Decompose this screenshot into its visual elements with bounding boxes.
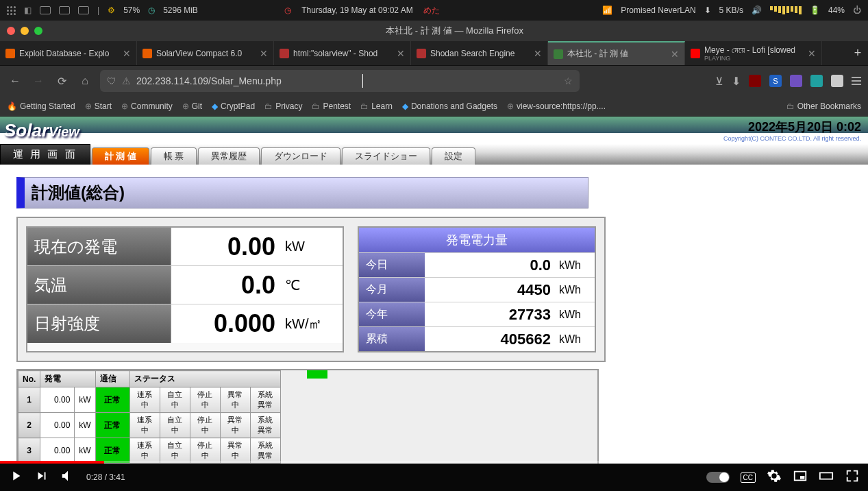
status-3[interactable]: 異常中 (220, 413, 250, 438)
download-icon[interactable]: ⬇ (732, 75, 741, 88)
miniplayer-button[interactable] (793, 468, 808, 486)
status-4[interactable]: 系統異常 (250, 413, 280, 438)
sv-tab-measure[interactable]: 計 測 値 (92, 147, 149, 165)
power-icon[interactable]: ⏻ (853, 5, 861, 15)
bm-learn[interactable]: 🗀Learn (360, 101, 393, 111)
bookmark-star-icon[interactable]: ☆ (564, 75, 573, 86)
browser-tab-3[interactable]: Shodan Search Engine✕ (411, 41, 548, 65)
reading-label: 現在の発電 (27, 228, 171, 265)
status-2[interactable]: 停止中 (190, 387, 220, 413)
save-icon[interactable]: ⊻ (715, 75, 723, 88)
datetime: Thursday, 19 May at 09:02 AM (301, 5, 413, 15)
bm-start[interactable]: ⊕Start (85, 101, 112, 111)
volume-icon[interactable]: 🔊 (752, 5, 762, 15)
status-4[interactable]: 系統異常 (250, 387, 280, 413)
status-0[interactable]: 連系中 (129, 413, 160, 438)
browser-tab-0[interactable]: Exploit Database - Explo✕ (0, 41, 137, 65)
close-tab-icon[interactable]: ✕ (260, 48, 268, 59)
maximize-window[interactable] (34, 27, 42, 35)
close-tab-icon[interactable]: ✕ (397, 48, 405, 59)
status-3[interactable]: 異常中 (220, 387, 250, 413)
wifi-icon[interactable]: 📶 (602, 5, 612, 15)
bm-cryptpad[interactable]: ◆CryptPad (212, 101, 255, 111)
minimize-window[interactable] (21, 27, 29, 35)
status-2[interactable]: 停止中 (190, 438, 220, 464)
close-tab-icon[interactable]: ✕ (534, 48, 542, 59)
url-bar[interactable]: 🛡 ⚠ 202.238.114.109/Solar_Menu.php ☆ (100, 70, 580, 92)
close-window[interactable] (7, 27, 15, 35)
bm-getting-started[interactable]: 🔥Getting Started (7, 101, 75, 111)
workspace-icon[interactable]: ◧ (24, 5, 32, 15)
browser-tab-1[interactable]: SolarView Compact 6.0✕ (137, 41, 274, 65)
sv-tab-download[interactable]: ダウンロード (261, 147, 340, 165)
status-1[interactable]: 自立中 (160, 413, 190, 438)
bm-other[interactable]: 🗀Other Bookmarks (786, 101, 861, 111)
wifi-name: Promised NeverLAN (621, 5, 695, 15)
total-unit: kWh (556, 253, 595, 277)
status-0[interactable]: 連系中 (129, 387, 160, 413)
text-cursor (362, 74, 363, 88)
window-titlebar: 本社北 - 計 測 値 — Mozilla Firefox (0, 21, 868, 41)
reading-unit: ℃ (281, 266, 343, 304)
bm-privacy[interactable]: 🗀Privacy (264, 101, 302, 111)
autoplay-toggle[interactable] (706, 472, 730, 483)
ext-teal-icon[interactable] (810, 75, 823, 87)
apps-icon[interactable] (7, 6, 16, 15)
tab-favicon (280, 49, 289, 58)
close-tab-icon[interactable]: ✕ (123, 48, 131, 59)
mute-button[interactable] (60, 468, 75, 486)
window-title: 本社北 - 計 測 値 — Mozilla Firefox (386, 25, 523, 37)
browser-tab-2[interactable]: html:"solarview" - Shod✕ (274, 41, 411, 65)
theater-button[interactable] (819, 468, 834, 486)
sv-tab-slideshow[interactable]: スライドショー (342, 147, 430, 165)
bm-donations[interactable]: ◆Donations and Gadgets (402, 101, 497, 111)
bm-pentest[interactable]: 🗀Pentest (312, 101, 351, 111)
lock-icon[interactable]: ⚠ (122, 75, 131, 86)
tab-label: Exploit Database - Explo (19, 49, 109, 58)
close-tab-icon[interactable]: ✕ (671, 49, 679, 60)
home-button[interactable]: ⌂ (77, 75, 93, 87)
shield-icon[interactable]: 🛡 (107, 75, 116, 86)
fullscreen-button[interactable] (845, 468, 860, 486)
display-icon-1[interactable] (40, 6, 51, 14)
status-0[interactable]: 連系中 (129, 438, 160, 464)
row-unit: kW (75, 413, 95, 438)
new-tab-button[interactable]: + (847, 41, 868, 65)
browser-tab-5[interactable]: Meye - মেয়ে - Lofi [slowedPLAYING✕ (685, 41, 822, 65)
menu-button[interactable] (852, 77, 861, 85)
forward-button[interactable]: → (30, 75, 47, 87)
sv-tab-report[interactable]: 帳 票 (151, 147, 197, 165)
bm-git[interactable]: ⊕Git (182, 101, 202, 111)
status-1[interactable]: 自立中 (160, 438, 190, 464)
browser-tab-4[interactable]: 本社北 - 計 測 値✕ (548, 41, 685, 65)
play-button[interactable] (8, 468, 23, 486)
bm-community[interactable]: ⊕Community (121, 101, 173, 111)
ext-misc-icon[interactable] (831, 75, 843, 87)
display-icon-2[interactable] (59, 6, 70, 14)
next-button[interactable] (34, 468, 49, 486)
ext-s-icon[interactable]: S (769, 75, 782, 87)
download-icon: ⬇ (704, 5, 711, 15)
total-label: 今年 (359, 302, 425, 326)
status-1[interactable]: 自立中 (160, 387, 190, 413)
row-unit: kW (75, 387, 95, 413)
reading-value: 0.000 (171, 304, 281, 343)
display-icon-3[interactable] (78, 6, 89, 14)
settings-button[interactable] (767, 468, 782, 486)
status-2[interactable]: 停止中 (190, 413, 220, 438)
bm-viewsource[interactable]: ⊕view-source:https://pp.... (507, 101, 606, 111)
ext-purple-icon[interactable] (790, 75, 802, 87)
row-value: 0.00 (40, 387, 75, 413)
sv-tab-error[interactable]: 異常履歴 (198, 147, 260, 165)
row-no: 1 (18, 387, 40, 413)
status-3[interactable]: 異常中 (220, 438, 250, 464)
total-value: 27733 (425, 302, 556, 326)
status-4[interactable]: 系統異常 (250, 438, 280, 464)
cc-button[interactable]: CC (741, 472, 756, 483)
close-tab-icon[interactable]: ✕ (808, 48, 816, 59)
back-button[interactable]: ← (7, 75, 23, 87)
sv-tab-settings[interactable]: 設定 (432, 147, 475, 165)
solarview-logo: SolarView (0, 120, 79, 141)
reload-button[interactable]: ⟳ (53, 75, 70, 88)
ublock-icon[interactable] (749, 75, 761, 87)
